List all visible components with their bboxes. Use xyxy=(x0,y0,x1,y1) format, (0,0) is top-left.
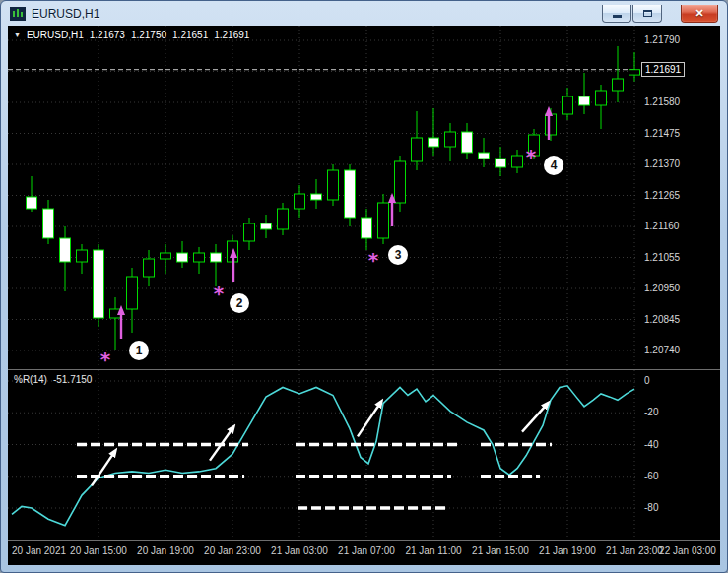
chart-marker-icon: ▼ xyxy=(14,32,21,38)
price-axis-label: 1.21055 xyxy=(644,252,680,264)
price-axis-label: 1.20950 xyxy=(644,283,680,294)
window-titlebar[interactable]: EURUSD,H1 ✕ xyxy=(8,1,720,26)
current-price-badge: 1.21691 xyxy=(641,62,685,77)
price-axis-label: 1.21475 xyxy=(644,128,680,140)
indicator-axis-label: 0 xyxy=(644,375,650,387)
price-axis-label: 1.21160 xyxy=(644,221,679,232)
high-value: 1.21750 xyxy=(131,30,166,40)
time-axis-label: 22 Jan 03:00 xyxy=(659,545,716,556)
time-axis-label: 21 Jan 15:00 xyxy=(472,545,529,556)
low-value: 1.21651 xyxy=(172,30,208,40)
symbol-label: EURUSD,H1 xyxy=(27,30,84,40)
price-axis-label: 1.20845 xyxy=(644,314,680,326)
indicator-scale[interactable]: 0-20-40-60-80 xyxy=(8,370,720,540)
ohlc-header: ▼ EURUSD,H1 1.21673 1.21750 1.21651 1.21… xyxy=(14,30,249,40)
price-axis-label: 1.21265 xyxy=(644,190,680,202)
time-scale[interactable]: 20 Jan 202120 Jan 15:0020 Jan 19:0020 Ja… xyxy=(8,541,720,565)
time-axis-label: 20 Jan 23:00 xyxy=(204,545,261,556)
indicator-axis-label: -40 xyxy=(644,439,658,451)
window-controls: ✕ xyxy=(602,5,718,23)
time-axis-label: 21 Jan 11:00 xyxy=(405,545,461,556)
time-axis-label: 21 Jan 23:00 xyxy=(606,545,663,556)
time-axis-label: 21 Jan 19:00 xyxy=(539,545,596,556)
minimize-icon xyxy=(613,15,622,18)
chart-icon xyxy=(10,7,26,21)
time-axis-label: 21 Jan 07:00 xyxy=(338,545,395,556)
time-axis-label: 20 Jan 15:00 xyxy=(70,545,127,556)
indicator-header: %R(14) -51.7150 xyxy=(14,374,92,385)
price-axis-label: 1.21790 xyxy=(644,34,680,46)
close-button[interactable]: ✕ xyxy=(681,5,718,23)
close-value: 1.21691 xyxy=(214,30,249,40)
price-axis-label: 1.21580 xyxy=(644,96,680,108)
open-value: 1.21673 xyxy=(90,30,125,40)
indicator-axis-label: -80 xyxy=(644,502,658,514)
close-icon: ✕ xyxy=(695,8,703,19)
window-title: EURUSD,H1 xyxy=(32,7,99,21)
indicator-name: %R(14) xyxy=(14,374,47,385)
price-scale[interactable]: 1.217901.215801.214751.213701.212651.211… xyxy=(8,26,720,369)
time-axis-label: 21 Jan 03:00 xyxy=(271,545,328,556)
indicator-axis-label: -20 xyxy=(644,407,658,418)
maximize-icon xyxy=(643,10,652,17)
price-axis-label: 1.21370 xyxy=(644,159,680,170)
chart-area[interactable]: *1*2*3*4 ▼ EURUSD,H1 1.21673 1.21750 1.2… xyxy=(8,26,720,565)
indicator-value: -51.7150 xyxy=(53,374,92,385)
time-axis-label: 20 Jan 19:00 xyxy=(137,545,194,556)
price-axis-label: 1.20740 xyxy=(644,345,680,356)
maximize-button[interactable] xyxy=(632,5,662,23)
time-axis-label: 20 Jan 2021 xyxy=(12,545,66,556)
indicator-axis-label: -60 xyxy=(644,471,658,482)
minimize-button[interactable] xyxy=(602,5,631,23)
mt4-chart-window: EURUSD,H1 ✕ *1*2*3*4 xyxy=(0,0,728,573)
